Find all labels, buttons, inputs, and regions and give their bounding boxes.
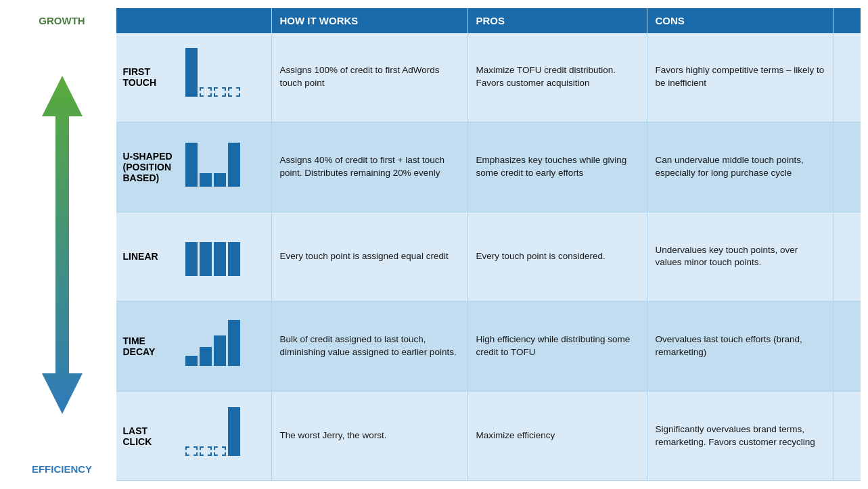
growth-label: GROWTH	[39, 15, 85, 26]
bar2	[200, 242, 212, 276]
cell-how-first-touch: Assigns 100% of credit to first AdWords …	[272, 33, 468, 122]
cell-name-linear: LINEAR	[116, 212, 272, 302]
bar3	[214, 173, 226, 187]
efficiency-label: EFFICIENCY	[32, 463, 92, 475]
cell-pros-last-click: Maximize efficiency	[468, 392, 647, 481]
bar2	[200, 173, 212, 187]
bar1	[185, 242, 198, 276]
row-label-u-shaped: U-SHAPED(POSITIONBASED)	[123, 151, 177, 183]
bar1	[185, 48, 198, 97]
cell-cons-time-decay: Overvalues last touch efforts (brand, re…	[647, 302, 833, 391]
cell-how-last-click: The worst Jerry, the worst.	[272, 392, 468, 481]
table-wrapper: HOW IT WORKS PROS CONS FIRSTTOUCH	[116, 8, 861, 482]
cell-pros-first-touch: Maximize TOFU credit distribution. Favor…	[468, 33, 647, 122]
svg-marker-0	[42, 76, 83, 414]
bar3	[214, 242, 226, 276]
cell-cons-linear: Undervalues key touch points, over value…	[647, 212, 833, 302]
cell-cons-first-touch: Favors highly competitive terms – likely…	[647, 33, 833, 122]
outer-wrapper: GROWTH EFFICIENCY HOW IT WORKS	[8, 8, 861, 482]
bar1	[185, 356, 198, 366]
bar-dashed3	[214, 446, 226, 456]
col-header-pros: PROS	[468, 8, 647, 33]
bar-dashed1	[200, 87, 212, 97]
bar-dashed1	[185, 446, 198, 456]
cell-cons-last-click: Significantly overvalues brand terms, re…	[647, 392, 833, 481]
bar4	[228, 242, 240, 276]
cell-how-time-decay: Bulk of credit assigned to last touch, d…	[272, 302, 468, 391]
table-row: LINEAR Every touch point is assigned equ…	[116, 212, 861, 302]
cell-pros-linear: Every touch point is considered.	[468, 212, 647, 302]
row-label-first-touch: FIRSTTOUCH	[123, 66, 177, 88]
col-header-cons: CONS	[647, 8, 833, 33]
table-header: HOW IT WORKS PROS CONS	[116, 8, 861, 33]
table-row: LASTCLICK The worst Jerry, the worst. Ma…	[116, 392, 861, 482]
chart-last-click	[183, 413, 265, 460]
chart-time-decay	[183, 323, 265, 370]
cell-name-first-touch: FIRSTTOUCH	[116, 33, 272, 122]
cell-how-linear: Every touch point is assigned equal cred…	[272, 212, 468, 302]
double-arrow-icon	[35, 76, 89, 414]
bar-dashed2	[200, 446, 212, 456]
cell-cons-u-shaped: Can undervalue middle touch points, espe…	[647, 122, 833, 212]
chart-linear	[183, 233, 265, 280]
cell-name-u-shaped: U-SHAPED(POSITIONBASED)	[116, 122, 272, 212]
table-row: U-SHAPED(POSITIONBASED) Assigns 40% of c…	[116, 122, 861, 212]
bar4	[228, 143, 240, 187]
col-header-name	[116, 8, 272, 33]
arrow-column: GROWTH EFFICIENCY	[8, 8, 116, 482]
table-body: FIRSTTOUCH Assigns 100% of credit to fir…	[116, 33, 861, 482]
bar2	[200, 347, 212, 366]
bar4	[228, 320, 240, 366]
cell-name-time-decay: TIMEDECAY	[116, 302, 272, 391]
arrow-svg-container	[35, 26, 89, 463]
cell-pros-time-decay: High efficiency while distributing some …	[468, 302, 647, 391]
bar1	[185, 143, 198, 187]
row-label-time-decay: TIMEDECAY	[123, 335, 177, 357]
table-row: TIMEDECAY Bulk of credit assigned to las…	[116, 302, 861, 392]
cell-pros-u-shaped: Emphasizes key touches while giving some…	[468, 122, 647, 212]
col-header-how: HOW IT WORKS	[272, 8, 468, 33]
cell-how-u-shaped: Assigns 40% of credit to first + last to…	[272, 122, 468, 212]
bar3	[214, 335, 226, 366]
row-label-last-click: LASTCLICK	[123, 425, 177, 447]
cell-name-last-click: LASTCLICK	[116, 392, 272, 481]
row-label-linear: LINEAR	[123, 251, 177, 262]
bar4	[228, 407, 240, 456]
bar-dashed3	[228, 87, 240, 97]
bar-dashed2	[214, 87, 226, 97]
chart-first-touch	[183, 53, 265, 101]
chart-u-shaped	[183, 143, 265, 191]
table-row: FIRSTTOUCH Assigns 100% of credit to fir…	[116, 33, 861, 123]
